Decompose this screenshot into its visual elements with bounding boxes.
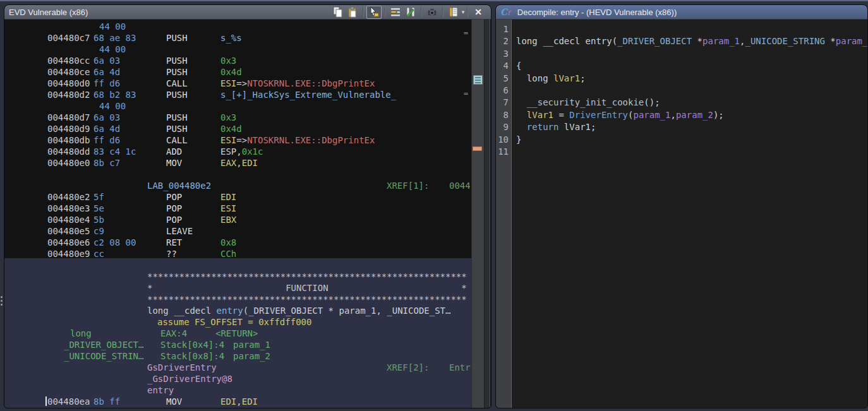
listing-row[interactable]: longEAX:4<RETURN> xyxy=(4,328,471,339)
listing-row[interactable]: 004480d268 b2 83PUSHs_[+]_HackSys_Extrem… xyxy=(4,89,471,100)
code-line[interactable]: 6 xyxy=(496,85,867,97)
listing-token: PUSH xyxy=(166,112,188,122)
listing-row[interactable]: 004480d0ff d6CALLESI=>NTOSKRNL.EXE::DbgP… xyxy=(4,78,471,89)
code-line[interactable]: 9 return lVar1; xyxy=(496,121,867,133)
decompile-content: 12long __cdecl entry(_DRIVER_OBJECT *par… xyxy=(496,20,867,408)
snapshot-camera-button[interactable] xyxy=(425,6,440,19)
listing-row[interactable]: 004480dd83 c4 1cADDESP,0x1c xyxy=(4,146,471,157)
listing-token: 004480db xyxy=(47,135,90,145)
listing-row[interactable]: 004480ec55PUSHEBP xyxy=(4,407,471,408)
listing-token: 004480c7 xyxy=(47,33,90,43)
listing-row[interactable]: 004480cc6a 03PUSH0x3 xyxy=(4,55,471,66)
listing-token: * FUNCTION * xyxy=(147,283,467,293)
listing-row[interactable]: GsDriverEntryXREF[2]:Entr xyxy=(4,362,471,373)
listing-row[interactable]: 44 00 xyxy=(4,100,471,112)
listing-row[interactable] xyxy=(4,259,471,271)
listing-row[interactable]: assume FS_OFFSET = 0xffdff000 xyxy=(4,316,471,328)
listing-row[interactable]: 004480e08b c7MOVEAX,EDI xyxy=(4,157,471,169)
decompiled-code[interactable]: 12long __cdecl entry(_DRIVER_OBJECT *par… xyxy=(496,20,867,408)
listing-row[interactable]: 004480e35ePOPESI xyxy=(4,203,471,214)
listing-row[interactable]: 004480e6c2 08 00RET0x8 xyxy=(4,237,471,248)
code-token: lVar1; xyxy=(558,122,596,132)
listing-token: 004480e5 xyxy=(47,226,90,236)
line-number: 8 xyxy=(496,109,509,121)
listing-row[interactable]: 004480c768 ae 83PUSHs_%s xyxy=(4,32,471,44)
copy-button[interactable] xyxy=(330,6,345,19)
listing-row[interactable]: ****************************************… xyxy=(4,294,471,305)
listing-row[interactable]: 004480e45bPOPEBX xyxy=(4,214,471,225)
listing-row[interactable]: _UNICODE_STRIN…Stack[0x8]:4param_2 xyxy=(4,350,471,362)
code-line[interactable]: 5 long lVar1; xyxy=(496,73,867,85)
listing-row[interactable]: LAB_004480e2XREF[1]:0044 xyxy=(4,180,471,191)
bookmark-note-marker[interactable] xyxy=(473,75,483,85)
listing-row[interactable]: 44 00 xyxy=(4,44,471,55)
listing-row[interactable]: entry xyxy=(4,384,471,396)
listing-token: 0x8 xyxy=(220,237,236,247)
listing-token: LEAVE xyxy=(166,226,193,236)
code-line[interactable]: 11 xyxy=(496,146,867,158)
listing-token: 004480d9 xyxy=(47,124,90,134)
listing-panel-header[interactable]: EVD Vulnerable (x86) xyxy=(4,5,491,20)
decompile-panel-header[interactable]: Cf Decompile: entry - (HEVD Vulnerable (… xyxy=(496,5,867,20)
listing-token: 44 00 xyxy=(99,44,126,54)
code-token: __security_init_cookie xyxy=(527,97,644,107)
code-line[interactable]: 2long __cdecl entry(_DRIVER_OBJECT *para… xyxy=(496,35,867,47)
listing-row[interactable]: _DRIVER_OBJECT…Stack[0x4]:4param_1 xyxy=(4,339,471,350)
listing-rows[interactable]: 44 00004480c768 ae 83PUSHs_%s44 00004480… xyxy=(4,20,471,408)
edit-fields-button[interactable] xyxy=(388,6,403,19)
chevron-down-icon[interactable]: ▾ xyxy=(462,9,465,15)
listing-token: 5f xyxy=(93,192,104,202)
listing-token: ESI xyxy=(220,203,236,213)
listing-token: (_DRIVER_OBJECT * param_1, _UNICODE_ST… xyxy=(243,306,451,316)
listing-row[interactable]: 004480d76a 03PUSH0x3 xyxy=(4,112,471,123)
listing-token: ?? xyxy=(166,249,177,259)
listing-row[interactable]: 004480dbff d6CALLESI=>NTOSKRNL.EXE::DbgP… xyxy=(4,134,471,146)
listing-token: 004480cc xyxy=(47,56,90,66)
listing-token: , xyxy=(236,396,241,407)
paste-button[interactable] xyxy=(345,6,360,19)
close-panel-button[interactable]: ✕ xyxy=(471,7,486,17)
line-number: 7 xyxy=(496,97,509,109)
listing-row[interactable]: 004480e5c9LEAVE xyxy=(4,225,471,237)
listing-row[interactable]: 004480ce6a 4dPUSH0x4d xyxy=(4,66,471,78)
listing-token: <RETURN> xyxy=(215,328,258,338)
code-line[interactable]: 8 lVar1 = DriverEntry(param_1,param_2); xyxy=(496,109,867,121)
code-token: DriverEntry xyxy=(569,110,628,120)
listing-token: EDI xyxy=(220,396,236,407)
listing-row[interactable]: 44 00 xyxy=(4,21,471,32)
code-line[interactable]: 3 xyxy=(496,48,867,60)
listing-token: 0x3 xyxy=(220,56,236,66)
splitter-drag-handle[interactable] xyxy=(1,294,3,307)
diff-merge-button[interactable] xyxy=(403,6,418,19)
listing-row[interactable]: 004480ea8b ffMOVEDI,EDI xyxy=(4,396,471,407)
code-line[interactable]: 10} xyxy=(496,134,867,146)
listing-row[interactable]: * FUNCTION * xyxy=(4,282,471,294)
code-token: _UNICODE_STRING xyxy=(745,36,824,46)
listing-row[interactable]: ****************************************… xyxy=(4,271,471,282)
code-line[interactable]: 7 __security_init_cookie(); xyxy=(496,97,867,109)
byte-viewer-button[interactable] xyxy=(446,6,461,19)
analysis-warning-marker[interactable] xyxy=(473,146,482,151)
code-token: param_1 xyxy=(702,36,740,46)
cursor-select-button[interactable] xyxy=(366,6,382,19)
listing-row[interactable]: long __cdecl entry(_DRIVER_OBJECT * para… xyxy=(4,305,471,316)
listing-token: param_2 xyxy=(233,351,270,361)
vertical-scrollbar[interactable] xyxy=(484,20,490,408)
line-number: 11 xyxy=(496,146,509,158)
code-token: return xyxy=(527,122,559,132)
code-token: * xyxy=(825,36,836,46)
code-line[interactable]: 4{ xyxy=(496,60,867,72)
code-line[interactable]: 1 xyxy=(496,23,867,35)
listing-row[interactable]: 004480e25fPOPEDI xyxy=(4,191,471,203)
listing-token: , xyxy=(236,158,241,168)
code-token: = xyxy=(553,110,569,120)
listing-row[interactable]: _GsDriverEntry@8 xyxy=(4,373,471,384)
listing-token: EAX xyxy=(220,158,236,168)
listing-token: 8b c7 xyxy=(93,158,120,168)
listing-row[interactable]: 004480e9cc??CCh xyxy=(4,248,471,259)
listing-token: ff d6 xyxy=(93,78,120,88)
listing-row[interactable]: 004480d96a 4dPUSH0x4d xyxy=(4,123,471,134)
listing-token: => xyxy=(236,78,247,88)
listing-token: 5b xyxy=(93,215,104,225)
listing-row[interactable] xyxy=(4,169,471,180)
